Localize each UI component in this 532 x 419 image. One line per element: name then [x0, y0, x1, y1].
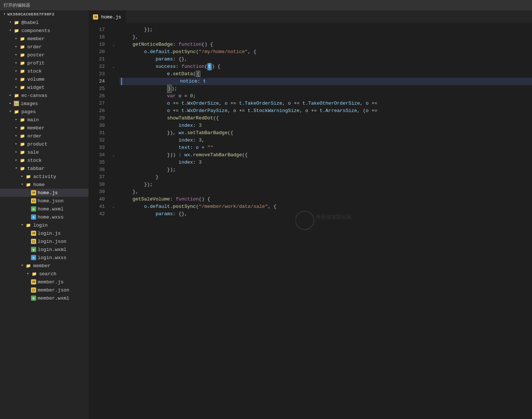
home-js-spacer: [25, 190, 31, 196]
search-label: search: [39, 271, 56, 277]
member-json-spacer: [25, 287, 31, 293]
home-json-icon: {}: [31, 198, 36, 203]
sidebar-item-poster[interactable]: 📁 poster: [0, 51, 89, 59]
sidebar-item-product[interactable]: 📁 product: [0, 140, 89, 148]
code-line-37: }: [120, 174, 532, 181]
sidebar-item-home-folder[interactable]: 📁 home: [0, 181, 89, 189]
sidebar-item-home-js[interactable]: JS home.js: [0, 189, 89, 197]
widget-folder-icon: 📁: [19, 84, 26, 91]
sidebar-item-main[interactable]: 📁 main: [0, 116, 89, 124]
main-arrow: [13, 117, 19, 123]
tabbar-folder-icon: 📁: [19, 165, 26, 172]
sidebar-item-login-json[interactable]: {} login.json: [0, 237, 89, 245]
sidebar-item-member-wxml[interactable]: W member.wxml: [0, 294, 89, 302]
sidebar-item-home-wxss[interactable]: S home.wxss: [0, 213, 89, 221]
linenum-41: 41: [89, 203, 111, 210]
editor-tab-home-js[interactable]: JS home.js: [89, 10, 126, 23]
profit-label: profit: [27, 60, 45, 66]
fold-gutter: ⌄ ⌄ ⌄: [111, 23, 117, 419]
home-wxss-spacer: [25, 214, 31, 220]
sidebar-item-components[interactable]: 📁 components: [0, 27, 89, 35]
sidebar-root[interactable]: WX380CAC0E867F90F2: [0, 10, 89, 18]
fold-22[interactable]: ⌄: [111, 63, 117, 70]
code-line-40: getSaleVolume: function() {: [120, 196, 532, 203]
sidebar-item-pages[interactable]: 📁 pages: [0, 108, 89, 116]
sidebar-item-order[interactable]: 📁 order: [0, 43, 89, 51]
tabbar-label: tabbar: [27, 166, 45, 171]
sidebar-item-member-js[interactable]: JS member.js: [0, 278, 89, 286]
sidebar-item-member-pages[interactable]: 📁 member: [0, 124, 89, 132]
stock-pages-arrow: [13, 157, 19, 163]
fold-21: [111, 56, 117, 63]
member-pages-folder-icon: 📁: [19, 125, 26, 131]
fold-18: [111, 34, 117, 41]
sidebar-item-ec-canvas[interactable]: 📁 ec-canvas: [0, 91, 89, 99]
sidebar-item-stock[interactable]: 📁 stock: [0, 67, 89, 75]
sidebar-item-member-json[interactable]: {} member.json: [0, 286, 89, 294]
sidebar-item-search[interactable]: 📁 search: [0, 270, 89, 278]
code-editor[interactable]: 17 18 19 20 21 22 23 24 25 26 27 28 29 3…: [89, 23, 532, 419]
fold-37: [111, 174, 117, 181]
member-tabbar-folder-icon: 📁: [25, 262, 32, 269]
code-line-32: index: 3,: [120, 137, 532, 144]
main-folder-icon: 📁: [19, 116, 26, 123]
linenum-42: 42: [89, 210, 111, 218]
sidebar-item-login-wxss[interactable]: S login.wxss: [0, 254, 89, 262]
linenum-31: 31: [89, 129, 111, 137]
sidebar-item-widget[interactable]: 📁 widget: [0, 83, 89, 91]
tabbar-arrow: [13, 165, 19, 171]
login-folder-label: login: [33, 223, 48, 228]
order-pages-arrow: [13, 133, 19, 139]
order-pages-folder-icon: 📁: [19, 133, 26, 139]
member-pages-label: member: [27, 125, 45, 131]
fold-38: [111, 181, 117, 188]
volume-folder-icon: 📁: [19, 76, 26, 83]
linenum-34: 34: [89, 151, 111, 159]
fold-26: [111, 92, 117, 100]
sidebar-item-member[interactable]: 📁 member: [0, 35, 89, 43]
fold-31: [111, 129, 117, 137]
volume-label: volume: [27, 77, 45, 82]
code-line-17: });: [120, 26, 532, 34]
line-numbers: 17 18 19 20 21 22 23 24 25 26 27 28 29 3…: [89, 23, 111, 419]
fold-19[interactable]: ⌄: [111, 41, 117, 48]
sale-arrow: [13, 149, 19, 155]
ec-canvas-label: ec-canvas: [21, 93, 47, 98]
sidebar-item-tabbar[interactable]: 📁 tabbar: [0, 164, 89, 172]
fold-30: [111, 122, 117, 129]
login-wxss-spacer: [25, 255, 31, 261]
sidebar-item-images[interactable]: 🖼️ images: [0, 99, 89, 108]
code-line-25: });: [120, 85, 532, 92]
fold-41[interactable]: ⌄: [111, 203, 117, 210]
code-line-38: });: [120, 181, 532, 188]
member-wxml-icon: W: [31, 296, 36, 301]
root-label: WX380CAC0E867F90F2: [7, 12, 55, 17]
sidebar-item-home-json[interactable]: {} home.json: [0, 197, 89, 205]
sidebar-item-login-folder[interactable]: 📁 login: [0, 221, 89, 229]
sidebar-item-activity[interactable]: 📁 activity: [0, 172, 89, 181]
login-js-label: login.js: [38, 231, 61, 236]
sidebar-item-order-pages[interactable]: 📁 order: [0, 132, 89, 140]
sidebar-item-login-wxml[interactable]: W login.wxml: [0, 245, 89, 254]
babel-folder-icon: 📁: [13, 19, 20, 26]
code-content[interactable]: }); }, getNoticeBadge: function() { o.de…: [117, 23, 532, 419]
components-label: components: [21, 28, 50, 34]
sidebar-item-login-js[interactable]: JS login.js: [0, 229, 89, 237]
sidebar-item-sale[interactable]: 📁 sale: [0, 148, 89, 156]
code-line-35: index: 3: [120, 159, 532, 166]
sidebar-item-member-tabbar[interactable]: 📁 member: [0, 262, 89, 270]
sidebar-item-babel[interactable]: 📁 @babel: [0, 18, 89, 27]
sidebar-item-stock-pages[interactable]: 📁 stock: [0, 156, 89, 164]
linenum-40: 40: [89, 196, 111, 203]
pages-label: pages: [21, 109, 36, 115]
fold-34[interactable]: ⌄: [111, 151, 117, 159]
code-line-36: });: [120, 166, 532, 174]
fold-20: [111, 48, 117, 56]
sidebar-item-home-wxml[interactable]: W home.wxml: [0, 205, 89, 213]
sidebar-item-volume[interactable]: 📁 volume: [0, 75, 89, 83]
member-arrow: [13, 36, 19, 42]
sidebar-item-profit[interactable]: 📁 profit: [0, 59, 89, 67]
fold-33: [111, 144, 117, 151]
code-line-33: text: o + "": [120, 144, 532, 151]
member-tabbar-arrow: [19, 263, 25, 269]
